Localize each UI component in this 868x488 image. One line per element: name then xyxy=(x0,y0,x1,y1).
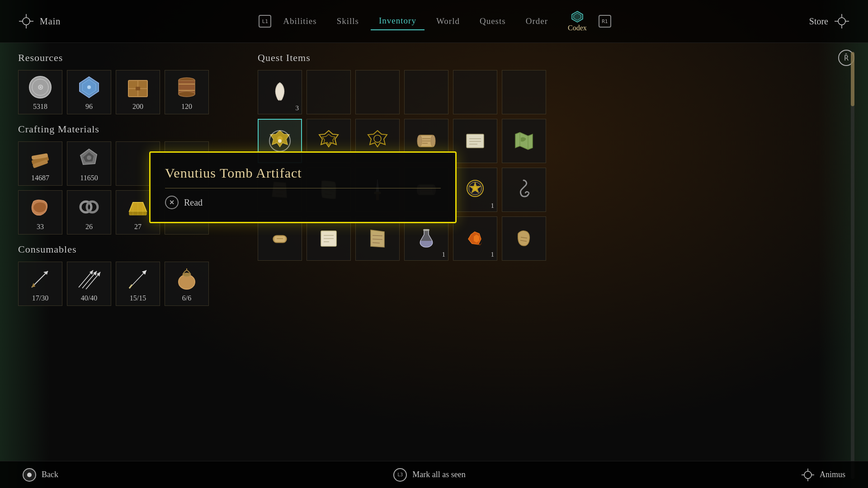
consumable-thin-arrow[interactable]: 15/15 xyxy=(116,262,160,306)
resource-gems[interactable]: 96 xyxy=(67,70,111,114)
quest-hook[interactable] xyxy=(502,168,546,212)
letter1-icon xyxy=(462,127,489,155)
vial-count: 1 xyxy=(442,251,446,258)
quest-title: Quest Items xyxy=(258,52,841,64)
nav-quests[interactable]: Quests xyxy=(472,13,514,30)
quest-empty-3 xyxy=(404,70,448,114)
vial-icon xyxy=(413,225,440,252)
nav-codex[interactable]: Codex xyxy=(560,9,595,34)
svg-marker-58 xyxy=(322,134,335,145)
consumable-triple-arrow[interactable]: 40/40 xyxy=(67,262,111,306)
thin-arrow-count: 15/15 xyxy=(130,294,146,302)
quest-scroll-3[interactable] xyxy=(502,216,546,261)
svg-line-51 xyxy=(129,285,132,288)
crafting-wood[interactable]: 14687 xyxy=(18,141,62,186)
svg-point-0 xyxy=(23,18,30,25)
triple-arrow-icon xyxy=(75,265,103,292)
silver-count: 5318 xyxy=(33,103,47,111)
ore-icon xyxy=(75,145,103,172)
resource-crate[interactable]: 200 xyxy=(116,70,160,114)
svg-point-56 xyxy=(277,136,283,141)
nav-codex-label: Codex xyxy=(568,24,587,32)
back-button-icon[interactable] xyxy=(23,468,36,482)
metal-count: 26 xyxy=(85,223,93,231)
svg-point-65 xyxy=(417,135,422,147)
back-action[interactable]: Back xyxy=(23,468,58,482)
crate-count: 200 xyxy=(132,103,143,111)
animus-label: Animus xyxy=(820,470,845,479)
scroll3-icon xyxy=(510,225,538,252)
svg-text:⊛: ⊛ xyxy=(38,83,43,91)
leather-count: 33 xyxy=(37,223,44,231)
ore-count: 11650 xyxy=(80,174,98,182)
wood-icon xyxy=(27,145,54,172)
l3-button[interactable]: L3 xyxy=(393,468,407,482)
gems-count: 96 xyxy=(85,103,93,111)
quest-empty-4 xyxy=(453,70,497,114)
pouch-icon xyxy=(173,265,200,292)
back-dot xyxy=(27,473,32,477)
tooth-icon xyxy=(266,79,293,106)
consumables-grid: 17/30 40/40 xyxy=(18,262,244,306)
resource-barrel[interactable]: 120 xyxy=(165,70,209,114)
thin-arrow-icon xyxy=(124,265,151,292)
ingots-count: 27 xyxy=(134,223,142,231)
crafting-leather[interactable]: 33 xyxy=(18,190,62,235)
medallion-icon xyxy=(462,176,489,203)
nav-world[interactable]: World xyxy=(428,13,468,30)
r1-indicator: R1 xyxy=(599,15,611,28)
artifact3-icon xyxy=(364,127,391,155)
consumables-title: Consumables xyxy=(18,244,244,255)
right-panel: Quest Items 3 xyxy=(258,52,841,479)
quest-medallion[interactable]: 1 xyxy=(453,168,497,212)
nav-main-button[interactable]: Main xyxy=(18,13,61,29)
nav-store-button[interactable]: Store xyxy=(809,13,850,29)
scroll1-icon xyxy=(413,127,440,155)
hook-icon xyxy=(510,176,538,203)
quest-amber[interactable]: 1 xyxy=(453,216,497,261)
scrollbar[interactable] xyxy=(851,52,854,479)
main-content: Resources ⊛ 5318 xyxy=(0,43,868,488)
barrel-icon xyxy=(173,74,200,101)
leather-icon xyxy=(27,194,54,221)
nav-inventory[interactable]: Inventory xyxy=(371,12,425,30)
svg-rect-99 xyxy=(423,229,429,231)
nav-store-label: Store xyxy=(809,16,828,27)
quest-item-tooth[interactable]: 3 xyxy=(258,70,302,114)
coin-icon: ⊛ xyxy=(27,74,54,101)
crafting-ore[interactable]: 11650 xyxy=(67,141,111,186)
svg-marker-42 xyxy=(32,283,35,287)
svg-marker-59 xyxy=(368,131,387,147)
svg-point-24 xyxy=(179,91,195,97)
artifact1-icon xyxy=(266,127,293,155)
animus-action[interactable]: Animus xyxy=(801,468,845,482)
crate-icon xyxy=(124,74,151,101)
consumable-pouch[interactable]: 6/6 xyxy=(165,262,209,306)
quest-map-1[interactable] xyxy=(502,119,546,163)
crafting-metal[interactable]: 26 xyxy=(67,190,111,235)
svg-point-17 xyxy=(87,85,91,89)
tooltip-title: Venutius Tomb Artifact xyxy=(165,165,441,181)
consumables-section: Consumables 17/30 xyxy=(18,244,244,306)
resource-silver[interactable]: ⊛ 5318 xyxy=(18,70,62,114)
top-nav-bar: Main L1 Abilities Skills Inventory World… xyxy=(0,0,868,43)
paper-icon xyxy=(315,225,342,252)
arrow-icon xyxy=(27,265,54,292)
triple-arrow-count: 40/40 xyxy=(81,294,97,302)
tooth-count: 3 xyxy=(296,104,299,112)
svg-point-52 xyxy=(179,275,195,289)
nav-abilities[interactable]: Abilities xyxy=(275,13,325,30)
crafting-title: Crafting Materials xyxy=(18,123,244,135)
nav-skills[interactable]: Skills xyxy=(329,13,367,30)
tooltip-action[interactable]: ✕ Read xyxy=(165,196,441,209)
quest-letter-1[interactable] xyxy=(453,119,497,163)
tooltip-action-label: Read xyxy=(184,197,203,208)
svg-point-32 xyxy=(87,155,91,160)
svg-rect-67 xyxy=(467,134,484,148)
nav-order[interactable]: Order xyxy=(518,13,556,30)
amber-icon xyxy=(462,225,489,252)
mark-action[interactable]: L3 Mark all as seen xyxy=(393,468,465,482)
action-x-button[interactable]: ✕ xyxy=(165,196,179,209)
svg-point-88 xyxy=(473,187,477,190)
consumable-arrow[interactable]: 17/30 xyxy=(18,262,62,306)
